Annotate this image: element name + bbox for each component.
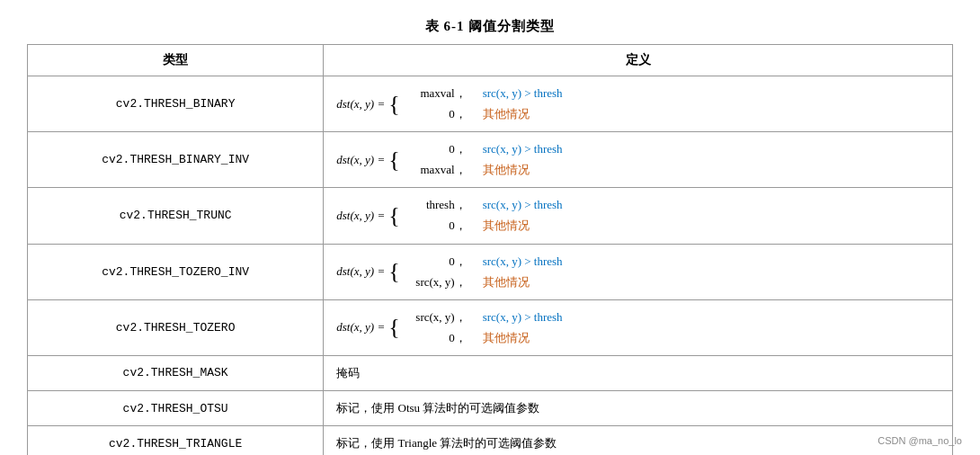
def-cell: 掩码 — [324, 355, 953, 390]
type-cell: cv2.THRESH_OTSU — [28, 391, 324, 426]
table-row: cv2.THRESH_TRIANGLE标记，使用 Triangle 算法时的可选… — [28, 426, 953, 455]
type-cell: cv2.THRESH_TRIANGLE — [28, 426, 324, 455]
type-cell: cv2.THRESH_BINARY_INV — [28, 132, 324, 188]
def-cell: 标记，使用 Triangle 算法时的可选阈值参数 — [324, 426, 953, 455]
def-cell: dst(x, y) = {maxval，src(x, y) > thresh0，… — [324, 76, 953, 132]
table-title: 表 6-1 阈值分割类型 — [425, 18, 556, 35]
type-cell: cv2.THRESH_TOZERO_INV — [28, 244, 324, 299]
table-row: cv2.THRESH_TRUNCdst(x, y) = {thresh，src(… — [28, 188, 953, 244]
def-cell: dst(x, y) = {src(x, y)，src(x, y) > thres… — [324, 299, 953, 355]
def-cell: 标记，使用 Otsu 算法时的可选阈值参数 — [324, 391, 953, 426]
table-row: cv2.THRESH_BINARYdst(x, y) = {maxval，src… — [28, 76, 953, 132]
def-cell: dst(x, y) = {0，src(x, y) > threshmaxval，… — [324, 132, 953, 188]
table-row: cv2.THRESH_MASK掩码 — [28, 355, 953, 390]
header-def: 定义 — [324, 45, 953, 76]
header-type: 类型 — [28, 45, 324, 76]
main-table: 类型 定义 cv2.THRESH_BINARYdst(x, y) = {maxv… — [27, 44, 953, 455]
def-cell: dst(x, y) = {thresh，src(x, y) > thresh0，… — [324, 188, 953, 244]
table-header-row: 类型 定义 — [28, 45, 953, 76]
table-row: cv2.THRESH_BINARY_INVdst(x, y) = {0，src(… — [28, 132, 953, 188]
type-cell: cv2.THRESH_MASK — [28, 355, 324, 390]
table-row: cv2.THRESH_OTSU标记，使用 Otsu 算法时的可选阈值参数 — [28, 391, 953, 426]
table-row: cv2.THRESH_TOZEROdst(x, y) = {src(x, y)，… — [28, 299, 953, 355]
type-cell: cv2.THRESH_TOZERO — [28, 299, 324, 355]
watermark: CSDN @ma_no_lo — [878, 435, 962, 446]
table-row: cv2.THRESH_TOZERO_INVdst(x, y) = {0，src(… — [28, 244, 953, 299]
type-cell: cv2.THRESH_TRUNC — [28, 188, 324, 244]
def-cell: dst(x, y) = {0，src(x, y) > threshsrc(x, … — [324, 244, 953, 299]
type-cell: cv2.THRESH_BINARY — [28, 76, 324, 132]
